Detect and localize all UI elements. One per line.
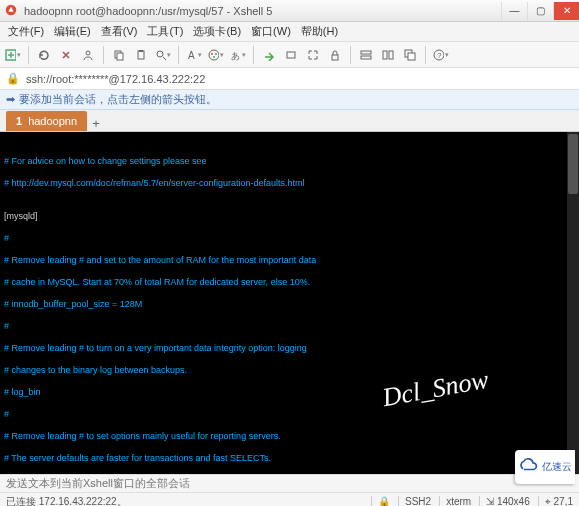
- new-session-button[interactable]: [4, 46, 22, 64]
- status-cursor: ⌖ 27,1: [538, 496, 573, 507]
- menu-edit[interactable]: 编辑(E): [50, 24, 95, 39]
- menu-file[interactable]: 文件(F): [4, 24, 48, 39]
- tile-h-button[interactable]: [357, 46, 375, 64]
- reconnect-button[interactable]: [35, 46, 53, 64]
- tab-index: 1: [16, 115, 22, 127]
- copy-button[interactable]: [110, 46, 128, 64]
- hint-bar: ➡ 要添加当前会话，点击左侧的箭头按钮。: [0, 90, 579, 110]
- svg-rect-18: [383, 51, 387, 59]
- close-button[interactable]: ✕: [553, 2, 579, 20]
- svg-rect-14: [287, 52, 295, 58]
- scrollbar[interactable]: [567, 132, 579, 474]
- svg-rect-21: [408, 53, 415, 60]
- lock-button[interactable]: [326, 46, 344, 64]
- svg-point-10: [211, 53, 213, 55]
- watermark-logo-text: 亿速云: [542, 460, 572, 474]
- toolbar: A あ ?: [0, 42, 579, 68]
- session-tab-active[interactable]: 1 hadoopnn: [6, 111, 87, 131]
- svg-rect-4: [117, 53, 123, 60]
- address-bar: 🔒 ssh://root:********@172.16.43.222:22: [0, 68, 579, 90]
- tab-label: hadoopnn: [28, 115, 77, 127]
- status-size: ⇲ 140x46: [479, 496, 530, 507]
- lock-icon: 🔒: [6, 72, 20, 85]
- address-text[interactable]: ssh://root:********@172.16.43.222:22: [26, 73, 205, 85]
- minimize-button[interactable]: —: [501, 2, 527, 20]
- watermark-logo: 亿速云: [515, 450, 575, 484]
- svg-rect-5: [138, 51, 144, 59]
- menu-bar: 文件(F) 编辑(E) 查看(V) 工具(T) 选项卡(B) 窗口(W) 帮助(…: [0, 22, 579, 42]
- svg-point-7: [157, 51, 163, 57]
- svg-rect-6: [139, 50, 143, 52]
- scrollbar-thumb[interactable]: [568, 134, 578, 194]
- new-tab-button[interactable]: +: [87, 116, 105, 131]
- terminal[interactable]: # For advice on how to change settings p…: [0, 132, 579, 474]
- status-connection: 已连接 172.16.43.222:22。: [6, 495, 127, 507]
- menu-tabs[interactable]: 选项卡(B): [189, 24, 245, 39]
- svg-rect-17: [361, 56, 371, 59]
- svg-rect-19: [389, 51, 393, 59]
- window-title: hadoopnn root@hadoopnn:/usr/mysql/57 - X…: [24, 5, 501, 17]
- font-button[interactable]: A: [185, 46, 203, 64]
- svg-rect-16: [361, 51, 371, 54]
- fullscreen-button[interactable]: [304, 46, 322, 64]
- menu-help[interactable]: 帮助(H): [297, 24, 342, 39]
- status-protocol: SSH2: [398, 496, 431, 507]
- paste-button[interactable]: [132, 46, 150, 64]
- encoding-button[interactable]: あ: [229, 46, 247, 64]
- svg-point-2: [86, 51, 90, 55]
- screen-button[interactable]: [282, 46, 300, 64]
- help-button[interactable]: ?: [432, 46, 450, 64]
- svg-point-12: [213, 56, 215, 58]
- menu-window[interactable]: 窗口(W): [247, 24, 295, 39]
- title-bar: hadoopnn root@hadoopnn:/usr/mysql/57 - X…: [0, 0, 579, 22]
- hint-text: 要添加当前会话，点击左侧的箭头按钮。: [19, 92, 217, 107]
- hint-arrow-icon[interactable]: ➡: [6, 93, 15, 106]
- profile-button[interactable]: [79, 46, 97, 64]
- find-button[interactable]: [154, 46, 172, 64]
- status-term: xterm: [439, 496, 471, 507]
- svg-text:あ: あ: [231, 51, 240, 61]
- menu-tools[interactable]: 工具(T): [143, 24, 187, 39]
- disconnect-button[interactable]: [57, 46, 75, 64]
- svg-text:A: A: [188, 50, 195, 61]
- color-button[interactable]: [207, 46, 225, 64]
- svg-point-9: [209, 50, 219, 60]
- app-icon: [4, 3, 20, 19]
- menu-view[interactable]: 查看(V): [97, 24, 142, 39]
- compose-hint-text: 发送文本到当前Xshell窗口的全部会话: [6, 476, 190, 491]
- svg-point-11: [215, 53, 217, 55]
- cascade-button[interactable]: [401, 46, 419, 64]
- window-buttons: — ▢ ✕: [501, 2, 579, 20]
- tile-v-button[interactable]: [379, 46, 397, 64]
- compose-hint[interactable]: 发送文本到当前Xshell窗口的全部会话: [0, 474, 579, 492]
- session-tab-bar: 1 hadoopnn +: [0, 110, 579, 132]
- status-lock-icon: 🔒: [371, 496, 390, 507]
- maximize-button[interactable]: ▢: [527, 2, 553, 20]
- svg-rect-15: [332, 55, 338, 60]
- status-bar: 已连接 172.16.43.222:22。 🔒 SSH2 xterm ⇲ 140…: [0, 492, 579, 506]
- xftp-button[interactable]: [260, 46, 278, 64]
- svg-text:?: ?: [437, 51, 442, 60]
